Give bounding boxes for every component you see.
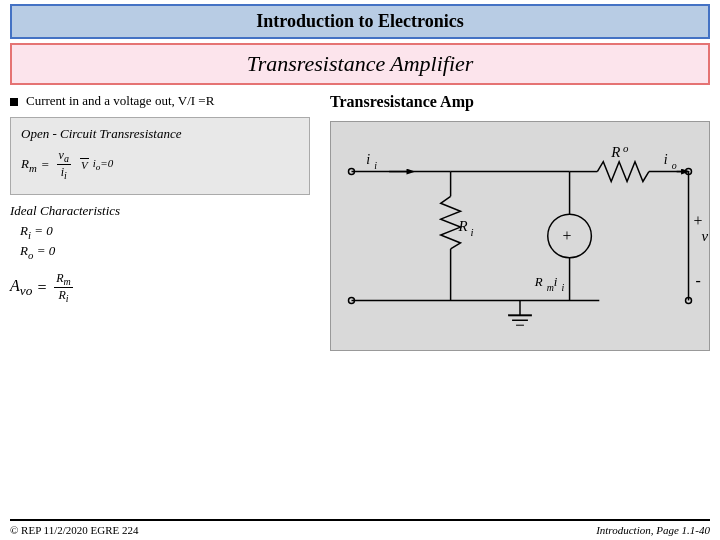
left-panel: Current in and a voltage out, V/I =R Ope… <box>10 93 320 351</box>
avo-fraction: Rm Ri <box>54 271 73 305</box>
ideal-ro: Ro = 0 <box>20 243 310 261</box>
svg-text:i: i <box>562 282 565 293</box>
svg-text:i: i <box>470 226 473 238</box>
bullet-icon <box>10 98 18 106</box>
ideal-title: Ideal Characteristics <box>10 203 310 219</box>
subtitle: Transresistance Amplifier <box>247 51 474 76</box>
rm-label: Rm <box>21 156 37 174</box>
ro-label: R <box>610 144 620 160</box>
vo-label: v <box>701 228 708 244</box>
rm-condition: V <box>80 159 89 171</box>
ideal-section: Ideal Characteristics Ri = 0 Ro = 0 <box>10 203 310 261</box>
section-title: Transresistance Amp <box>330 93 474 111</box>
ideal-ri: Ri = 0 <box>20 223 310 241</box>
circuit-svg: i i R <box>331 122 709 350</box>
svg-text:o: o <box>623 142 629 154</box>
svg-text:o: o <box>672 160 677 171</box>
right-panel: Transresistance Amp i i <box>320 93 710 351</box>
io-label: i <box>664 152 668 167</box>
page-title: Introduction to Electronics <box>256 11 463 31</box>
vo-plus: + <box>693 212 702 229</box>
ideal-formulas: Ri = 0 Ro = 0 <box>20 223 310 261</box>
vo-minus: - <box>695 272 700 289</box>
avo-lhs: Avo <box>10 277 32 299</box>
avo-section: Avo = Rm Ri <box>10 271 310 305</box>
bullet-item: Current in and a voltage out, V/I =R <box>10 93 310 109</box>
subtitle-bar: Transresistance Amplifier <box>10 43 710 85</box>
svg-text:+: + <box>563 227 572 244</box>
rm-formula: Rm = va ii V io=0 <box>21 148 299 182</box>
rmii-label: R <box>534 275 543 289</box>
avo-formula: Avo = Rm Ri <box>10 271 310 305</box>
open-circuit-title: Open - Circuit Transresistance <box>21 126 299 142</box>
rm-fraction: va ii <box>57 148 71 182</box>
footer-copyright: © REP 11/2/2020 EGRE 224 <box>10 524 139 536</box>
footer: © REP 11/2/2020 EGRE 224 Introduction, P… <box>10 519 710 536</box>
ri-label: R <box>458 218 468 234</box>
ii-label: i <box>366 152 370 167</box>
svg-text:i: i <box>554 275 558 289</box>
formula-box: Open - Circuit Transresistance Rm = va i… <box>10 117 310 195</box>
rm-subscript-condition: io=0 <box>93 157 114 172</box>
svg-text:i: i <box>374 160 377 171</box>
footer-page-ref: Introduction, Page 1.1-40 <box>596 524 710 536</box>
main-content: Current in and a voltage out, V/I =R Ope… <box>10 93 710 351</box>
circuit-diagram: i i R <box>330 121 710 351</box>
title-bar: Introduction to Electronics <box>10 4 710 39</box>
bullet-text: Current in and a voltage out, V/I =R <box>26 93 214 109</box>
